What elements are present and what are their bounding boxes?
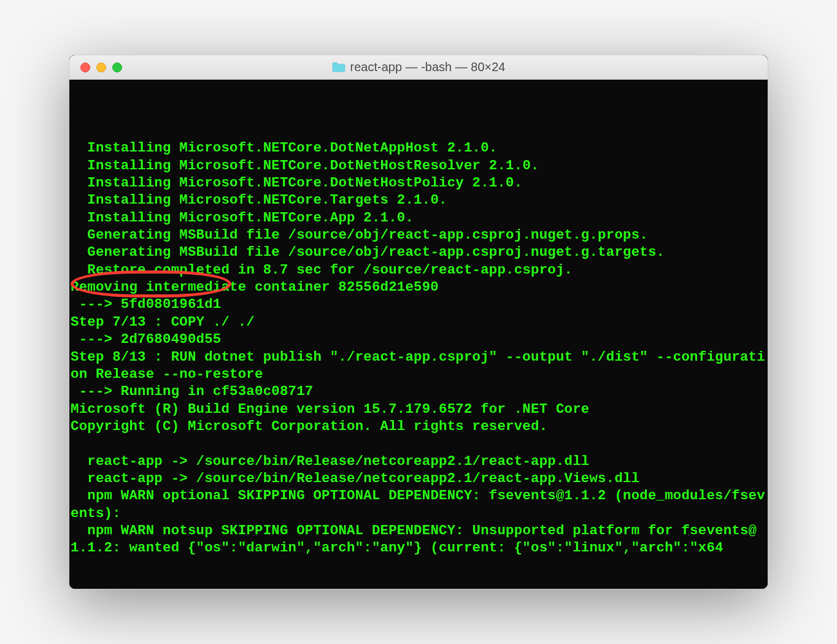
terminal-line: Step 7/13 : COPY ./ ./ [71,313,766,331]
maximize-button[interactable] [112,63,122,72]
terminal-line: Restore completed in 8.7 sec for /source… [71,261,766,278]
terminal-line: Installing Microsoft.NETCore.DotNetAppHo… [71,139,766,156]
titlebar[interactable]: react-app — -bash — 80×24 [69,55,768,80]
terminal-line: Step 8/13 : RUN dotnet publish "./react-… [71,348,766,383]
terminal-line: Installing Microsoft.NETCore.DotNetHostR… [71,157,766,174]
terminal-line: ---> 2d7680490d55 [71,331,766,348]
close-button[interactable] [80,63,90,72]
terminal-line: react-app -> /source/bin/Release/netcore… [71,470,766,487]
terminal-line: Removing intermediate container 82556d21… [71,278,766,296]
terminal-line: react-app -> /source/bin/Release/netcore… [71,453,766,470]
terminal-line: Microsoft (R) Build Engine version 15.7.… [71,401,766,418]
window-title: react-app — -bash — 80×24 [332,60,506,74]
terminal-line: npm WARN optional SKIPPING OPTIONAL DEPE… [71,487,766,522]
terminal-output[interactable]: Installing Microsoft.NETCore.DotNetAppHo… [69,80,768,588]
terminal-line: Generating MSBuild file /source/obj/reac… [71,243,766,261]
terminal-line: Generating MSBuild file /source/obj/reac… [71,226,766,243]
terminal-line: Copyright (C) Microsoft Corporation. All… [71,418,766,435]
terminal-line [71,435,766,452]
terminal-line: Installing Microsoft.NETCore.Targets 2.1… [71,191,766,209]
terminal-line: Installing Microsoft.NETCore.App 2.1.0. [71,209,766,226]
terminal-line: npm WARN notsup SKIPPING OPTIONAL DEPEND… [71,522,766,557]
terminal-window: react-app — -bash — 80×24 Installing Mic… [69,55,768,589]
terminal-line: ---> Running in cf53a0c08717 [71,383,766,400]
minimize-button[interactable] [96,63,106,72]
window-title-text: react-app — -bash — 80×24 [350,60,506,74]
folder-icon [332,62,345,72]
terminal-line: Installing Microsoft.NETCore.DotNetHostP… [71,174,766,191]
traffic-lights [80,63,122,72]
terminal-line: ---> 5fd0801961d1 [71,296,766,313]
